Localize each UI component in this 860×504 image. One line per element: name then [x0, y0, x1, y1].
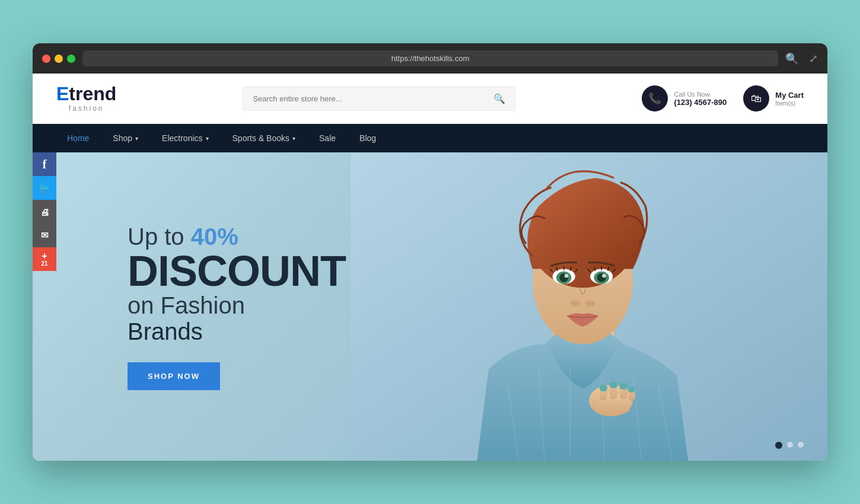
chevron-down-icon: ▾: [292, 135, 295, 142]
chevron-down-icon: ▾: [135, 135, 138, 142]
logo: Etrend fashion: [56, 84, 116, 113]
twitter-button[interactable]: 🐦: [33, 176, 56, 200]
nav-shop-label: Shop: [113, 133, 132, 143]
contact-info: Call Us Now (123) 4567-890: [674, 91, 727, 107]
dot-yellow[interactable]: [55, 55, 63, 63]
dot-red[interactable]: [42, 55, 50, 63]
slider-dot-1[interactable]: [775, 442, 782, 449]
hero-wrapper: f 🐦 🖨 ✉ + 21: [33, 152, 827, 461]
main-nav: Home Shop ▾ Electronics ▾ Sports & Books…: [33, 124, 827, 152]
nav-electronics-label: Electronics: [162, 133, 202, 143]
header-right: 📞 Call Us Now (123) 4567-890 🛍 My Cart I…: [642, 85, 804, 111]
nav-item-blog[interactable]: Blog: [349, 124, 387, 152]
nav-blog-label: Blog: [359, 133, 376, 143]
cart-icon-circle[interactable]: 🛍: [743, 85, 769, 111]
hero-content: Up to 40% DISCOUNT on Fashion Brands SHO…: [33, 224, 346, 390]
nav-item-electronics[interactable]: Electronics ▾: [151, 124, 219, 152]
plus-icon: +: [42, 251, 47, 261]
browser-window: https://thehotskills.com 🔍 ⤢ Etrend fash…: [33, 43, 827, 461]
hero-on-fashion: on Fashion: [128, 292, 346, 318]
hero-line1: Up to 40%: [128, 224, 346, 250]
twitter-icon: 🐦: [39, 183, 50, 194]
shop-now-button[interactable]: SHOP NOW: [128, 362, 220, 390]
nav-item-home[interactable]: Home: [56, 124, 100, 152]
model-svg: [351, 152, 827, 461]
svg-point-30: [565, 274, 568, 277]
logo-rest: trend: [69, 83, 116, 104]
nav-home-label: Home: [67, 133, 89, 143]
contact-label: Call Us Now: [674, 91, 727, 98]
browser-chrome: https://thehotskills.com 🔍 ⤢: [33, 43, 827, 74]
cart-label: My Cart: [775, 91, 804, 100]
share-plus-button[interactable]: + 21: [33, 247, 56, 271]
hero-model-image: [351, 152, 827, 461]
svg-point-36: [585, 300, 595, 307]
nav-item-sports-books[interactable]: Sports & Books ▾: [222, 124, 307, 152]
search-icon[interactable]: 🔍: [493, 93, 505, 104]
hero-discount: DISCOUNT: [128, 250, 346, 292]
plus-count: 21: [41, 261, 47, 267]
cart-info: My Cart Item(s): [775, 91, 804, 107]
cart-items: Item(s): [775, 100, 804, 107]
svg-point-35: [570, 300, 580, 307]
svg-rect-45: [620, 383, 628, 390]
url-text: https://thehotskills.com: [391, 54, 470, 63]
address-bar[interactable]: https://thehotskills.com: [82, 50, 778, 66]
phone-icon-circle: 📞: [642, 85, 668, 111]
expand-icon[interactable]: ⤢: [809, 52, 818, 65]
svg-point-34: [602, 274, 606, 277]
search-icon[interactable]: 🔍: [785, 52, 798, 65]
hero-brands: Brands: [128, 318, 346, 344]
browser-dots: [42, 55, 75, 63]
nav-item-sale[interactable]: Sale: [308, 124, 346, 152]
nav-sale-label: Sale: [319, 133, 336, 143]
svg-rect-43: [600, 385, 607, 391]
chevron-down-icon: ▾: [206, 135, 209, 142]
cart-section[interactable]: 🛍 My Cart Item(s): [743, 85, 804, 111]
search-bar[interactable]: 🔍: [243, 87, 515, 111]
facebook-icon: f: [43, 158, 47, 171]
site-header: Etrend fashion 🔍 📞 Call Us Now (123) 456…: [33, 74, 827, 124]
print-icon: 🖨: [40, 207, 49, 217]
logo-sub: fashion: [56, 104, 116, 113]
nav-sports-label: Sports & Books: [232, 133, 290, 143]
nav-item-shop[interactable]: Shop ▾: [102, 124, 149, 152]
svg-rect-46: [629, 387, 635, 393]
phone-icon: 📞: [648, 92, 661, 105]
slider-dots: [775, 442, 804, 449]
cart-icon: 🛍: [751, 92, 762, 105]
hero-up-to-text: Up to: [128, 224, 191, 250]
logo-e: E: [56, 83, 69, 104]
hero-section: Up to 40% DISCOUNT on Fashion Brands SHO…: [33, 152, 827, 461]
email-icon: ✉: [41, 230, 49, 241]
logo-text: Etrend: [56, 84, 116, 103]
slider-dot-2[interactable]: [787, 442, 793, 448]
email-button[interactable]: ✉: [33, 224, 56, 247]
search-input[interactable]: [253, 94, 493, 103]
svg-rect-44: [610, 382, 617, 388]
contact-number: (123) 4567-890: [674, 98, 727, 107]
contact-section: 📞 Call Us Now (123) 4567-890: [642, 85, 727, 111]
dot-green[interactable]: [67, 55, 75, 63]
facebook-button[interactable]: f: [33, 152, 56, 176]
print-button[interactable]: 🖨: [33, 200, 56, 224]
hero-percent: 40%: [191, 224, 238, 250]
slider-dot-3[interactable]: [798, 442, 804, 448]
